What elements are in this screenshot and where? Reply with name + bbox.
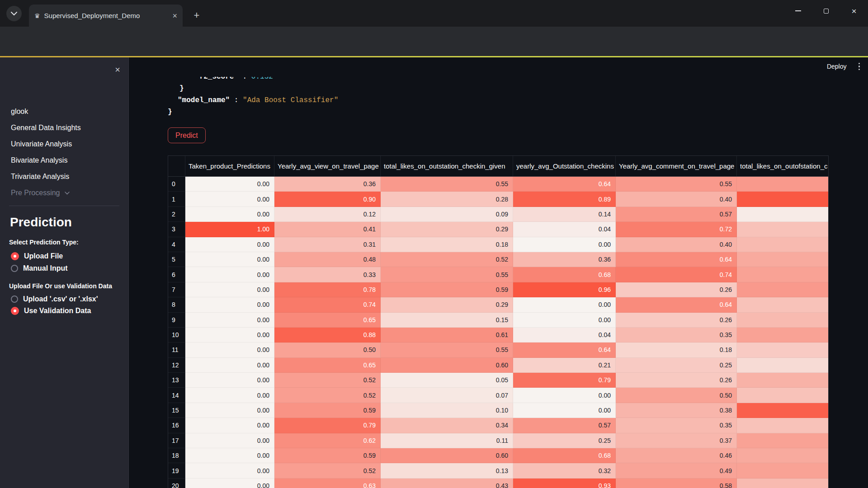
- row-index-cell[interactable]: 10: [168, 328, 185, 343]
- table-cell[interactable]: 0.93: [513, 479, 616, 488]
- table-cell[interactable]: 1.00: [185, 222, 274, 237]
- table-cell-truncated[interactable]: [737, 177, 829, 192]
- table-cell[interactable]: 0.00: [185, 177, 274, 192]
- table-cell[interactable]: 0.18: [616, 343, 737, 357]
- table-cell[interactable]: 0.00: [185, 373, 274, 388]
- row-index-cell[interactable]: 0: [168, 177, 185, 192]
- sidebar-item-trivariate-analysis[interactable]: Trivariate Analysis: [0, 169, 128, 185]
- app-menu-icon[interactable]: [859, 63, 860, 70]
- row-index-cell[interactable]: 7: [168, 282, 185, 297]
- table-cell[interactable]: 0.65: [274, 313, 381, 328]
- table-cell-truncated[interactable]: [737, 313, 829, 328]
- table-cell[interactable]: 0.00: [185, 192, 274, 206]
- table-cell-truncated[interactable]: [737, 267, 829, 282]
- column-header[interactable]: yearly_avg_Outstation_checkins: [513, 156, 616, 176]
- table-cell[interactable]: 0.31: [274, 237, 381, 252]
- table-cell[interactable]: 0.68: [513, 448, 616, 463]
- table-cell-truncated[interactable]: [737, 343, 829, 357]
- window-close-button[interactable]: ×: [840, 0, 868, 22]
- table-cell[interactable]: 0.00: [185, 252, 274, 267]
- table-cell-truncated[interactable]: [737, 373, 829, 388]
- table-cell[interactable]: 0.00: [185, 282, 274, 297]
- row-index-cell[interactable]: 11: [168, 343, 185, 357]
- column-header[interactable]: Taken_product_Predictions: [185, 156, 274, 176]
- table-cell[interactable]: 0.52: [274, 373, 381, 388]
- table-cell[interactable]: 0.00: [185, 237, 274, 252]
- table-cell[interactable]: 0.00: [185, 433, 274, 448]
- table-cell[interactable]: 0.55: [381, 343, 513, 357]
- table-cell[interactable]: 0.48: [274, 252, 381, 267]
- row-index-cell[interactable]: 15: [168, 403, 185, 418]
- table-cell[interactable]: 0.11: [381, 433, 513, 448]
- table-cell[interactable]: 0.35: [616, 418, 737, 433]
- table-cell[interactable]: 0.33: [274, 267, 381, 282]
- table-cell[interactable]: 0.04: [513, 328, 616, 343]
- table-cell[interactable]: 0.57: [513, 418, 616, 433]
- table-cell[interactable]: 0.55: [381, 267, 513, 282]
- table-cell[interactable]: 0.38: [616, 403, 737, 418]
- table-cell-truncated[interactable]: [737, 207, 829, 222]
- table-cell[interactable]: 0.29: [381, 222, 513, 237]
- table-cell[interactable]: 0.13: [381, 463, 513, 478]
- table-cell[interactable]: 0.04: [513, 222, 616, 237]
- table-cell-truncated[interactable]: [737, 297, 829, 312]
- table-cell[interactable]: 0.37: [616, 433, 737, 448]
- sidebar-item-univariate-analysis[interactable]: Univariate Analysis: [0, 136, 128, 152]
- sidebar-item-glook[interactable]: glook: [0, 103, 128, 120]
- table-cell[interactable]: 0.00: [185, 403, 274, 418]
- table-cell[interactable]: 0.29: [381, 297, 513, 312]
- table-cell[interactable]: 0.36: [274, 177, 381, 192]
- table-cell[interactable]: 0.00: [185, 343, 274, 357]
- table-cell[interactable]: 0.00: [185, 207, 274, 222]
- table-cell-truncated[interactable]: [737, 237, 829, 252]
- table-cell[interactable]: 0.79: [274, 418, 381, 433]
- table-cell-truncated[interactable]: [737, 282, 829, 297]
- row-index-cell[interactable]: 6: [168, 267, 185, 282]
- table-cell[interactable]: 0.74: [616, 267, 737, 282]
- table-cell[interactable]: 0.26: [616, 373, 737, 388]
- table-cell[interactable]: 0.89: [513, 192, 616, 206]
- predictions-dataframe[interactable]: Taken_product_PredictionsYearly_avg_view…: [168, 155, 829, 488]
- predict-button[interactable]: Predict: [168, 127, 206, 143]
- column-header[interactable]: Yearly_avg_view_on_travel_page: [274, 156, 381, 176]
- table-cell-truncated[interactable]: [737, 252, 829, 267]
- sidebar-close-icon[interactable]: ×: [115, 65, 120, 74]
- table-cell[interactable]: 0.00: [185, 479, 274, 488]
- new-tab-button[interactable]: +: [190, 9, 203, 22]
- table-cell[interactable]: 0.35: [616, 328, 737, 343]
- table-cell[interactable]: 0.25: [616, 358, 737, 373]
- table-cell[interactable]: 0.79: [513, 373, 616, 388]
- table-cell-truncated[interactable]: [737, 222, 829, 237]
- table-cell[interactable]: 0.59: [274, 448, 381, 463]
- table-cell[interactable]: 0.60: [381, 448, 513, 463]
- row-index-cell[interactable]: 2: [168, 207, 185, 222]
- row-index-cell[interactable]: 5: [168, 252, 185, 267]
- table-cell[interactable]: 0.50: [616, 388, 737, 403]
- table-cell[interactable]: 0.55: [616, 177, 737, 192]
- table-cell[interactable]: 0.60: [381, 358, 513, 373]
- row-index-cell[interactable]: 4: [168, 237, 185, 252]
- row-index-cell[interactable]: 13: [168, 373, 185, 388]
- window-maximize-button[interactable]: [812, 0, 840, 22]
- table-cell[interactable]: 0.00: [185, 328, 274, 343]
- sidebar-item-bivariate-analysis[interactable]: Bivariate Analysis: [0, 152, 128, 169]
- column-header[interactable]: total_likes_on_outofstation_c: [737, 156, 829, 176]
- row-index-cell[interactable]: 19: [168, 463, 185, 478]
- table-cell[interactable]: 0.46: [616, 448, 737, 463]
- table-cell[interactable]: 0.26: [616, 313, 737, 328]
- table-cell[interactable]: 0.18: [381, 237, 513, 252]
- row-index-cell[interactable]: 17: [168, 433, 185, 448]
- table-cell-truncated[interactable]: [737, 388, 829, 403]
- column-header[interactable]: Yearly_avg_comment_on_travel_page: [616, 156, 737, 176]
- table-cell-truncated[interactable]: [737, 433, 829, 448]
- table-cell[interactable]: 0.41: [274, 222, 381, 237]
- table-cell[interactable]: 0.65: [274, 358, 381, 373]
- row-index-cell[interactable]: 1: [168, 192, 185, 206]
- table-cell[interactable]: 0.40: [616, 237, 737, 252]
- table-cell[interactable]: 0.50: [274, 343, 381, 357]
- table-cell-truncated[interactable]: [737, 328, 829, 343]
- table-cell[interactable]: 0.40: [616, 192, 737, 206]
- row-index-cell[interactable]: 3: [168, 222, 185, 237]
- table-cell-truncated[interactable]: [737, 463, 829, 478]
- table-cell[interactable]: 0.26: [616, 282, 737, 297]
